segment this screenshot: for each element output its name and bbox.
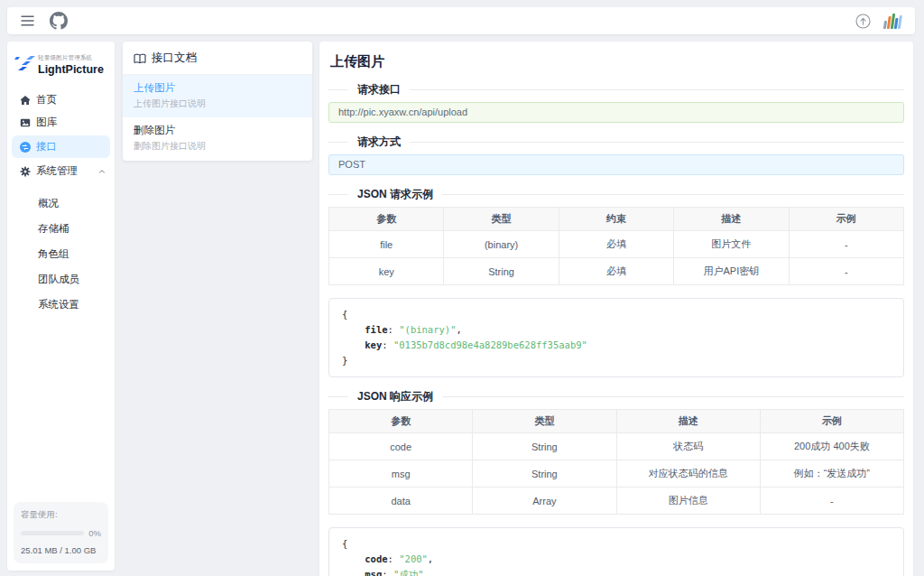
gallery-icon bbox=[20, 117, 31, 128]
table-header-cell: 约束 bbox=[559, 208, 673, 231]
github-icon[interactable] bbox=[50, 12, 68, 30]
sidebar-subitem-3[interactable]: 团队成员 bbox=[7, 266, 115, 292]
table-row: codeString状态码200成功 400失败 bbox=[329, 433, 904, 460]
book-icon bbox=[134, 53, 146, 64]
storage-usage-widget: 容量使用: 0% 25.01 MB / 1.00 GB bbox=[14, 502, 108, 563]
sidebar-subitem-4[interactable]: 系统设置 bbox=[7, 292, 115, 317]
table-cell: key bbox=[329, 258, 444, 285]
sidebar: 轻量级图片管理系统 LightPicture 首页图库接口系统管理 概况存储桶角… bbox=[7, 42, 115, 571]
storage-percent: 0% bbox=[88, 528, 101, 538]
table-header-cell: 参数 bbox=[329, 208, 444, 231]
table-cell: - bbox=[760, 488, 903, 515]
hamburger-menu-icon[interactable] bbox=[21, 15, 34, 26]
table-header-cell: 示例 bbox=[760, 410, 903, 433]
table-cell: String bbox=[473, 433, 616, 460]
response-example-code: { code: "200", msg: "成功", data: { create… bbox=[328, 527, 904, 576]
page-title: 上传图片 bbox=[330, 53, 904, 70]
doc-list-title: 接口文档 bbox=[152, 51, 197, 66]
logo-icon bbox=[14, 52, 37, 78]
storage-progressbar bbox=[21, 531, 84, 535]
section-label-response-example: JSON 响应示例 bbox=[348, 390, 442, 403]
code-line: key: "0135b7d8cd98e4a8289be628ff35aab9" bbox=[342, 338, 891, 353]
stats-bars-icon[interactable] bbox=[883, 14, 902, 29]
code-value: "(binary)" bbox=[399, 324, 456, 335]
table-cell: 必填 bbox=[559, 231, 673, 258]
divider-request-example: JSON 请求示例 bbox=[328, 194, 904, 195]
request-method-box: POST bbox=[328, 154, 904, 175]
table-cell: String bbox=[473, 460, 616, 488]
api-icon bbox=[20, 142, 31, 153]
code-key: msg bbox=[365, 569, 382, 576]
code-value: "0135b7d8cd98e4a8289be628ff35aab9" bbox=[393, 339, 587, 350]
request-example-code: { file: "(binary)", key: "0135b7d8cd98e4… bbox=[328, 298, 904, 377]
table-header-cell: 描述 bbox=[616, 410, 760, 433]
code-key: code bbox=[365, 553, 387, 564]
sidebar-nav: 首页图库接口系统管理 bbox=[7, 88, 115, 182]
doc-item-subtitle: 上传图片接口说明 bbox=[134, 98, 301, 110]
home-icon bbox=[20, 95, 31, 106]
response-params-table: 参数类型描述示例codeString状态码200成功 400失败msgStrin… bbox=[328, 409, 904, 515]
doc-list-panel: 接口文档 上传图片上传图片接口说明删除图片删除图片接口说明 bbox=[123, 42, 312, 161]
sidebar-subitem-1[interactable]: 存储桶 bbox=[7, 216, 115, 241]
code-line: { bbox=[342, 307, 891, 322]
divider-request-api: 请求接口 bbox=[328, 89, 904, 90]
table-cell: 例如：“发送成功” bbox=[760, 460, 903, 488]
sidebar-subitem-2[interactable]: 角色组 bbox=[7, 241, 115, 266]
table-header-cell: 参数 bbox=[329, 410, 473, 433]
sidebar-item-label: 接口 bbox=[36, 140, 57, 153]
sidebar-subnav: 概况存储桶角色组团队成员系统设置 bbox=[7, 190, 115, 317]
table-cell: 状态码 bbox=[616, 433, 760, 460]
table-cell: - bbox=[789, 258, 903, 285]
table-header-cell: 类型 bbox=[444, 208, 559, 231]
divider-request-method: 请求方式 bbox=[328, 142, 904, 143]
table-row: file(binary)必填图片文件- bbox=[329, 231, 904, 258]
doc-item-title: 上传图片 bbox=[134, 81, 301, 95]
doc-item-title: 删除图片 bbox=[134, 124, 301, 137]
table-cell: (binary) bbox=[444, 231, 559, 258]
code-line: file: "(binary)", bbox=[342, 322, 891, 338]
doc-list-item[interactable]: 上传图片上传图片接口说明 bbox=[123, 75, 312, 117]
table-cell: 图片信息 bbox=[616, 488, 760, 515]
doc-list-items: 上传图片上传图片接口说明删除图片删除图片接口说明 bbox=[123, 75, 312, 160]
table-cell: 用户API密钥 bbox=[674, 258, 789, 285]
doc-item-subtitle: 删除图片接口说明 bbox=[134, 140, 301, 153]
table-cell: data bbox=[329, 488, 473, 515]
sidebar-item-label: 系统管理 bbox=[36, 164, 78, 178]
table-cell: 图片文件 bbox=[674, 231, 789, 258]
table-cell: 对应状态码的信息 bbox=[616, 460, 760, 488]
upload-circle-icon[interactable] bbox=[855, 14, 871, 29]
doc-list-item[interactable]: 删除图片删除图片接口说明 bbox=[123, 117, 312, 160]
code-value: { bbox=[342, 309, 347, 320]
sidebar-item-home[interactable]: 首页 bbox=[7, 88, 115, 111]
topbar bbox=[7, 7, 915, 34]
table-cell: - bbox=[789, 231, 903, 258]
code-key: key bbox=[365, 339, 382, 350]
sidebar-item-system[interactable]: 系统管理 bbox=[7, 160, 115, 182]
topbar-right-actions bbox=[855, 14, 901, 29]
storage-usage-text: 25.01 MB / 1.00 GB bbox=[21, 545, 101, 555]
table-row: keyString必填用户API密钥- bbox=[329, 258, 904, 285]
sidebar-subitem-0[interactable]: 概况 bbox=[7, 190, 115, 216]
chevron-up-icon bbox=[98, 168, 106, 175]
request-url-box: http://pic.xyaxw.cn/api/upload bbox=[328, 102, 904, 123]
table-header-cell: 描述 bbox=[674, 208, 789, 231]
table-cell: String bbox=[444, 258, 559, 285]
doc-list-header: 接口文档 bbox=[123, 42, 312, 75]
table-cell: Array bbox=[473, 488, 616, 515]
main-content: 上传图片 请求接口 http://pic.xyaxw.cn/api/upload… bbox=[319, 42, 913, 576]
sidebar-item-gallery[interactable]: 图库 bbox=[7, 111, 115, 134]
sidebar-item-api[interactable]: 接口 bbox=[12, 135, 110, 158]
code-value: "成功" bbox=[393, 569, 424, 576]
table-header-cell: 类型 bbox=[473, 410, 616, 433]
gear-icon bbox=[20, 166, 31, 177]
table-row: msgString对应状态码的信息例如：“发送成功” bbox=[329, 460, 904, 488]
table-cell: 200成功 400失败 bbox=[760, 433, 903, 460]
sidebar-item-label: 图库 bbox=[36, 116, 57, 129]
code-value: "200" bbox=[399, 553, 428, 564]
code-line: msg: "成功", bbox=[342, 567, 891, 576]
section-label-request-example: JSON 请求示例 bbox=[348, 188, 442, 200]
request-params-table: 参数类型约束描述示例file(binary)必填图片文件-keyString必填… bbox=[328, 207, 904, 285]
code-line: code: "200", bbox=[342, 552, 891, 567]
sidebar-item-label: 首页 bbox=[36, 93, 57, 107]
section-label-request-method: 请求方式 bbox=[348, 135, 410, 148]
